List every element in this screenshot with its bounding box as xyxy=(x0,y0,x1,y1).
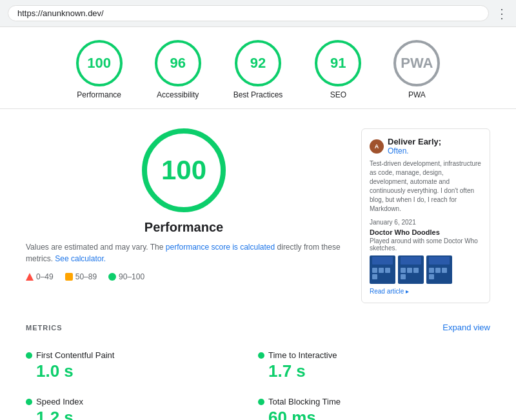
metric-status-dot xyxy=(26,399,32,405)
metric-value: 60 ms xyxy=(258,408,490,420)
score-tab-seo[interactable]: 91SEO xyxy=(315,40,361,99)
tardis-image-2 xyxy=(398,255,424,284)
blog-titles: Deliver Early; Often. xyxy=(388,137,441,155)
calculator-link[interactable]: See calculator. xyxy=(55,254,106,263)
score-circle-accessibility: 96 xyxy=(155,40,201,86)
metric-label: Total Blocking Time xyxy=(258,397,490,406)
legend-fail-range: 0–49 xyxy=(36,272,54,281)
metric-label-text: Total Blocking Time xyxy=(268,397,341,406)
metric-value: 1.0 s xyxy=(26,361,258,381)
score-tab-performance[interactable]: 100Performance xyxy=(76,40,123,99)
performance-description: Values are estimated and may vary. The p… xyxy=(26,241,342,265)
browser-menu-icon[interactable]: ⋮ xyxy=(495,6,508,21)
score-circle-pwa: PWA xyxy=(393,40,440,86)
metric-status-dot xyxy=(26,352,32,359)
metrics-section: METRICS Expand view First Contentful Pai… xyxy=(0,323,516,420)
blog-header: A Deliver Early; Often. xyxy=(370,137,482,155)
score-tab-accessibility[interactable]: 96Accessibility xyxy=(155,40,201,99)
metrics-header: METRICS Expand view xyxy=(26,323,490,332)
score-legend: 0–49 50–89 90–100 xyxy=(26,272,342,281)
blog-post-date: January 6, 2021 xyxy=(370,219,482,226)
metric-value: 1.7 s xyxy=(258,361,490,381)
score-tab-pwa[interactable]: PWAPWA xyxy=(393,40,440,99)
metric-label: Time to Interactive xyxy=(258,350,490,360)
performance-score-circle: 100 xyxy=(142,128,226,212)
metric-item: Speed Index 1.2 s xyxy=(26,389,258,420)
blog-images xyxy=(370,255,482,284)
score-label-performance: Performance xyxy=(76,90,123,99)
metrics-title: METRICS xyxy=(26,324,63,332)
legend-fail: 0–49 xyxy=(26,272,54,281)
score-circle-best-practices: 92 xyxy=(235,40,281,86)
metric-label-text: Time to Interactive xyxy=(268,350,337,360)
score-label-best-practices: Best Practices xyxy=(233,90,283,99)
metric-item: First Contentful Paint 1.0 s xyxy=(26,343,258,389)
left-panel: 100 Performance Values are estimated and… xyxy=(26,128,342,294)
url-bar[interactable]: https://anunknown.dev/ xyxy=(8,5,489,21)
metric-item: Time to Interactive 1.7 s xyxy=(258,343,490,389)
expand-view-button[interactable]: Expand view xyxy=(442,323,490,332)
score-circle-performance: 100 xyxy=(76,40,123,86)
blog-post-subtitle: Played around with some Doctor Who sketc… xyxy=(370,237,482,252)
metric-status-dot xyxy=(258,399,264,405)
blog-avatar: A xyxy=(370,139,384,154)
read-more-link[interactable]: Read article ▸ xyxy=(370,288,482,295)
legend-pass: 90–100 xyxy=(108,272,144,281)
metric-label-text: First Contentful Paint xyxy=(36,350,114,360)
blog-description: Test-driven development, infrastructure … xyxy=(370,159,482,214)
metric-item: Total Blocking Time 60 ms xyxy=(258,389,490,420)
perf-circle-wrap: 100 xyxy=(26,128,342,212)
score-tab-best-practices[interactable]: 92Best Practices xyxy=(233,40,283,99)
score-label-pwa: PWA xyxy=(393,90,440,99)
tardis-image-1 xyxy=(370,255,395,284)
score-label-seo: SEO xyxy=(315,90,361,99)
metric-status-dot xyxy=(258,352,264,359)
legend-average: 50–89 xyxy=(65,272,97,281)
metrics-grid: First Contentful Paint 1.0 s Time to Int… xyxy=(26,343,490,420)
blog-card: A Deliver Early; Often. Test-driven deve… xyxy=(361,128,490,303)
blog-site-subtitle: Often. xyxy=(388,146,441,155)
browser-bar: https://anunknown.dev/ ⋮ xyxy=(0,0,516,27)
score-tabs: 100Performance96Accessibility92Best Prac… xyxy=(0,27,516,109)
score-label-accessibility: Accessibility xyxy=(155,90,201,99)
metric-label: Speed Index xyxy=(26,397,258,406)
perf-score-link[interactable]: performance score is calculated xyxy=(166,243,275,252)
performance-title: Performance xyxy=(26,220,342,235)
legend-average-range: 50–89 xyxy=(75,272,97,281)
metric-label: First Contentful Paint xyxy=(26,350,258,360)
tardis-image-3 xyxy=(426,255,452,284)
pass-icon xyxy=(108,273,116,281)
average-icon xyxy=(65,273,73,281)
legend-pass-range: 90–100 xyxy=(119,272,144,281)
fail-icon xyxy=(26,273,34,281)
blog-card-panel: A Deliver Early; Often. Test-driven deve… xyxy=(361,128,490,303)
score-circle-seo: 91 xyxy=(315,40,361,86)
blog-site-title: Deliver Early; xyxy=(388,137,441,146)
metric-label-text: Speed Index xyxy=(36,397,83,406)
metric-value: 1.2 s xyxy=(26,408,258,420)
blog-post-title: Doctor Who Doodles xyxy=(370,228,482,236)
main-content: 100 Performance Values are estimated and… xyxy=(0,109,516,323)
